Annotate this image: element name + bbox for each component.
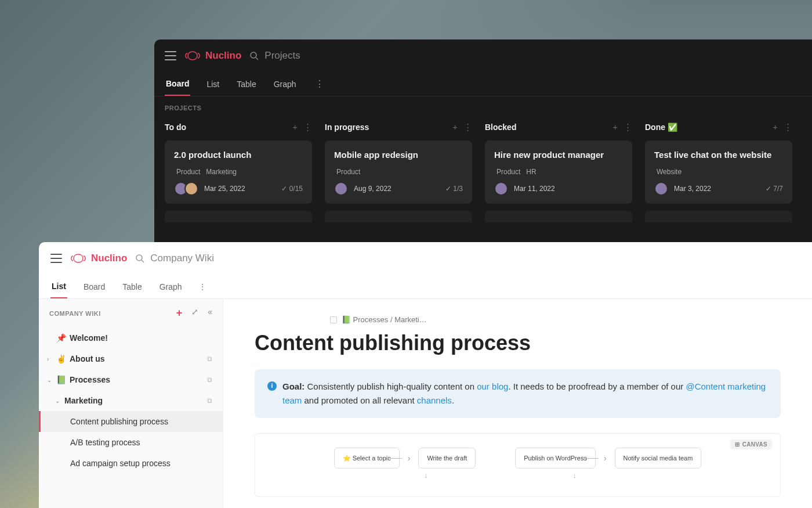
search-input[interactable]: Projects xyxy=(249,50,300,62)
brand-logo[interactable]: Nuclino xyxy=(70,253,127,264)
assignees xyxy=(654,182,668,196)
sidebar-item-ad-campaign[interactable]: Ad campaign setup process xyxy=(39,453,223,474)
flow-node[interactable]: Write the draft xyxy=(418,448,476,469)
tab-graph[interactable]: Graph xyxy=(273,73,298,95)
brand-text: Nuclino xyxy=(91,253,127,264)
avatar[interactable] xyxy=(654,182,668,196)
topbar: Nuclino Company Wiki xyxy=(39,242,812,275)
more-icon[interactable]: ⋮ xyxy=(315,78,324,89)
search-icon xyxy=(249,51,259,60)
card-date: Aug 9, 2022 xyxy=(354,185,392,193)
sidebar-item-about[interactable]: ›✌️ About us ⧉ xyxy=(39,348,223,369)
sidebar: COMPANY WIKI + ⤢ « 📌 Welcome! ›✌️ About … xyxy=(39,299,223,508)
view-tabs: List Board Table Graph ⋮ xyxy=(39,275,812,299)
tab-graph[interactable]: Graph xyxy=(158,276,183,298)
link-our-blog[interactable]: our blog xyxy=(477,381,508,391)
board-columns: To do + ⋮ 2.0 product launch ProductMark… xyxy=(154,116,812,222)
progress: ✓ 7/7 xyxy=(766,185,783,193)
brand-logo[interactable]: Nuclino xyxy=(184,50,241,62)
card-title: Hire new product manager xyxy=(494,150,623,160)
flow-diagram: ⭐ Select a topic › Write the draft Publi… xyxy=(266,448,770,469)
card-tags: ProductMarketing xyxy=(174,168,303,176)
column-menu-icon[interactable]: ⋮ xyxy=(463,122,472,132)
column-title: In progress xyxy=(325,123,369,132)
callout-text: Goal: Consistently publish high-quality … xyxy=(282,380,768,408)
arrow-down-icon: ↓ xyxy=(424,471,428,480)
brain-icon xyxy=(70,253,86,264)
menu-icon[interactable] xyxy=(165,51,176,60)
add-card-icon[interactable]: + xyxy=(612,122,618,132)
board-card[interactable] xyxy=(165,211,312,222)
tab-list[interactable]: List xyxy=(205,73,220,95)
board-card[interactable]: Hire new product manager ProductHR Mar 1… xyxy=(485,140,632,204)
column-menu-icon[interactable]: ⋮ xyxy=(784,122,792,132)
avatar[interactable] xyxy=(334,182,348,196)
sidebar-header: COMPANY WIKI + ⤢ « xyxy=(39,299,223,325)
avatar[interactable] xyxy=(184,182,198,196)
card-title: 2.0 product launch xyxy=(174,150,303,160)
board-card[interactable]: Mobile app redesign Product Aug 9, 2022 … xyxy=(325,140,472,204)
arrow-down-icon: ↓ xyxy=(573,471,577,480)
search-placeholder: Projects xyxy=(264,50,300,62)
canvas-label: ⊞ CANVAS xyxy=(730,439,772,449)
copy-icon[interactable]: ⧉ xyxy=(207,376,212,384)
more-icon[interactable]: ⋮ xyxy=(198,282,206,291)
flow-node[interactable]: Notify social media team xyxy=(615,448,702,469)
tab-table[interactable]: Table xyxy=(235,73,257,95)
checkbox-icon[interactable] xyxy=(330,316,337,323)
projects-window: Nuclino Projects Board List Table Graph … xyxy=(154,39,812,242)
breadcrumb[interactable]: 📗 Processes / Marketi… xyxy=(330,315,781,324)
board-card[interactable] xyxy=(645,211,792,222)
sidebar-item-content-publishing[interactable]: Content publishing process xyxy=(39,411,223,432)
tab-board[interactable]: Board xyxy=(165,73,190,96)
tab-table[interactable]: Table xyxy=(121,276,143,298)
svg-line-1 xyxy=(256,57,258,60)
add-icon[interactable]: + xyxy=(176,307,183,319)
board-card[interactable]: 2.0 product launch ProductMarketing Mar … xyxy=(165,140,312,204)
assignees xyxy=(334,182,348,196)
page-content: 📗 Processes / Marketi… Content publishin… xyxy=(223,299,812,508)
progress: ✓ 1/3 xyxy=(445,185,463,193)
add-card-icon[interactable]: + xyxy=(292,122,298,132)
card-date: Mar 25, 2022 xyxy=(204,185,245,193)
brain-icon xyxy=(184,50,201,62)
info-icon: i xyxy=(267,381,277,391)
copy-icon[interactable]: ⧉ xyxy=(207,355,212,363)
board-card[interactable] xyxy=(485,211,632,222)
sidebar-title: COMPANY WIKI xyxy=(49,310,101,317)
add-card-icon[interactable]: + xyxy=(773,122,778,132)
canvas-embed[interactable]: ⊞ CANVAS ⭐ Select a topic › Write the dr… xyxy=(255,433,781,497)
tab-board[interactable]: Board xyxy=(82,276,106,298)
progress: ✓ 0/15 xyxy=(281,185,303,193)
menu-icon[interactable] xyxy=(50,254,62,263)
sidebar-item-marketing[interactable]: ⌄Marketing ⧉ xyxy=(39,390,223,411)
collapse-icon[interactable]: « xyxy=(208,307,212,319)
body: COMPANY WIKI + ⤢ « 📌 Welcome! ›✌️ About … xyxy=(39,299,812,508)
page-title: Content publishing process xyxy=(255,331,781,355)
board-card[interactable]: Test live chat on the website Website Ma… xyxy=(645,140,792,204)
card-tags: Website xyxy=(654,168,783,176)
board-card[interactable] xyxy=(325,211,472,222)
sidebar-item-processes[interactable]: ⌄📗 Processes ⧉ xyxy=(39,369,223,390)
copy-icon[interactable]: ⧉ xyxy=(207,397,212,405)
sidebar-item-ab-testing[interactable]: A/B testing process xyxy=(39,432,223,453)
card-tags: ProductHR xyxy=(494,168,623,176)
search-input[interactable]: Company Wiki xyxy=(135,253,214,264)
board-column: To do + ⋮ 2.0 product launch ProductMark… xyxy=(165,116,312,222)
expand-icon[interactable]: ⤢ xyxy=(191,307,198,319)
add-card-icon[interactable]: + xyxy=(452,122,458,132)
section-label: PROJECTS xyxy=(154,96,812,116)
sidebar-tree: 📌 Welcome! ›✌️ About us ⧉ ⌄📗 Processes ⧉… xyxy=(39,325,223,476)
search-icon xyxy=(135,254,144,263)
wiki-window: Nuclino Company Wiki List Board Table Gr… xyxy=(39,242,812,508)
assignees xyxy=(174,182,198,196)
sidebar-item-welcome[interactable]: 📌 Welcome! xyxy=(39,327,223,348)
avatar[interactable] xyxy=(494,182,508,196)
breadcrumb-text: 📗 Processes / Marketi… xyxy=(342,315,427,324)
column-menu-icon[interactable]: ⋮ xyxy=(303,122,312,132)
assignees xyxy=(494,182,508,196)
tab-list[interactable]: List xyxy=(50,275,67,298)
search-placeholder: Company Wiki xyxy=(150,253,214,264)
link-channels[interactable]: channels xyxy=(417,395,452,405)
column-menu-icon[interactable]: ⋮ xyxy=(624,122,632,132)
